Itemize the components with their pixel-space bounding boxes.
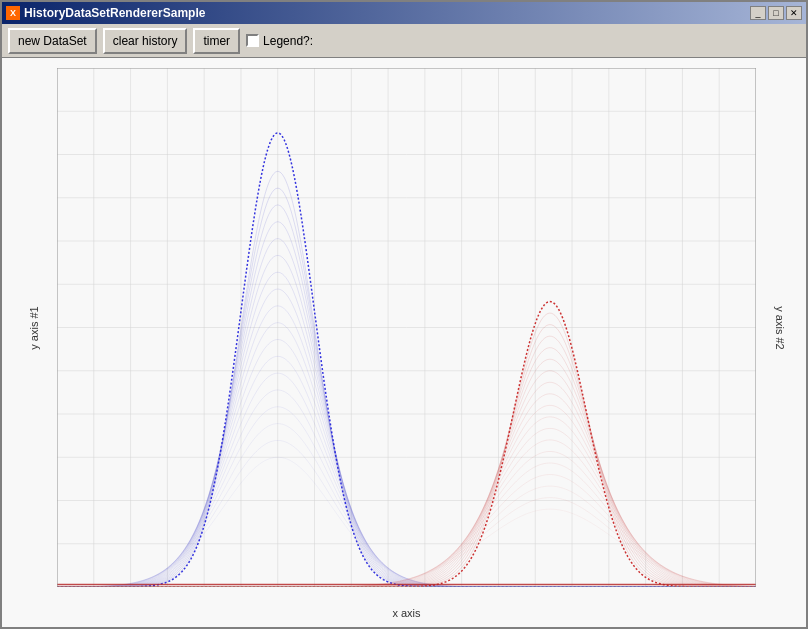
- y-axis-left-label: y axis #1: [28, 306, 40, 349]
- toolbar: new DataSet clear history timer Legend?:: [2, 24, 806, 58]
- y-axis-right-label: y axis #2: [773, 306, 785, 349]
- maximize-button[interactable]: □: [768, 6, 784, 20]
- title-bar: X HistoryDataSetRendererSample _ □ ✕: [2, 2, 806, 24]
- new-dataset-button[interactable]: new DataSet: [8, 28, 97, 54]
- legend-checkbox-wrapper: Legend?:: [246, 34, 313, 48]
- title-bar-left: X HistoryDataSetRendererSample: [6, 6, 205, 20]
- title-bar-controls: _ □ ✕: [750, 6, 802, 20]
- chart-container: y axis #1 y axis #2 x axis: [57, 68, 756, 587]
- window-title: HistoryDataSetRendererSample: [24, 6, 205, 20]
- chart-area: y axis #1 y axis #2 x axis: [2, 58, 806, 627]
- close-button[interactable]: ✕: [786, 6, 802, 20]
- x-axis-label: x axis: [392, 607, 420, 619]
- minimize-button[interactable]: _: [750, 6, 766, 20]
- timer-button[interactable]: timer: [193, 28, 240, 54]
- main-window: X HistoryDataSetRendererSample _ □ ✕ new…: [0, 0, 808, 629]
- legend-label: Legend?:: [263, 34, 313, 48]
- chart-canvas: [57, 68, 756, 587]
- legend-checkbox[interactable]: [246, 34, 259, 47]
- clear-history-button[interactable]: clear history: [103, 28, 188, 54]
- window-icon: X: [6, 6, 20, 20]
